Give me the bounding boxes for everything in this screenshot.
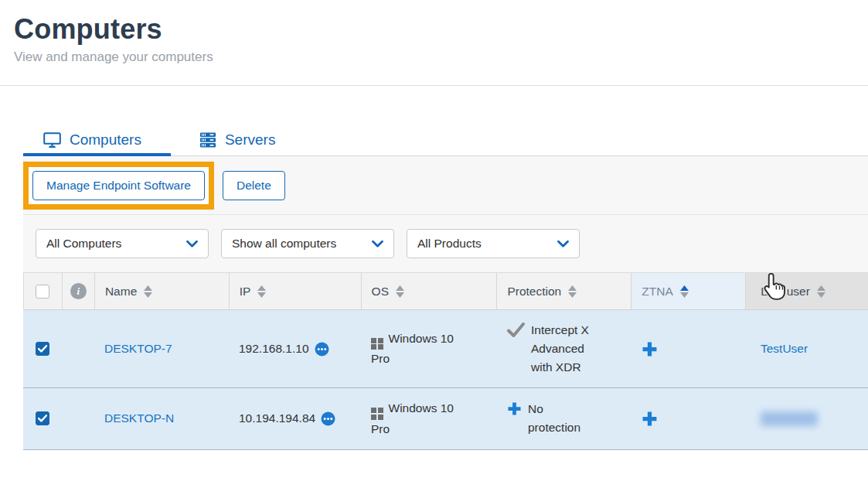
column-label: OS xyxy=(372,285,389,299)
tab-label: Servers xyxy=(225,131,275,148)
delete-button[interactable]: Delete xyxy=(223,171,285,200)
sort-arrows-icon xyxy=(396,285,404,298)
column-label: Last user xyxy=(761,285,810,299)
annotation-highlight-box: Manage Endpoint Software xyxy=(23,162,214,210)
device-name-cell: DESKTOP-N xyxy=(94,398,229,439)
sort-arrows-icon xyxy=(568,285,577,298)
sort-arrows-icon-ascending xyxy=(680,285,689,298)
dropdown-value: All Products xyxy=(417,237,482,251)
servers-icon xyxy=(199,132,216,148)
chevron-down-icon xyxy=(557,237,569,251)
last-user-cell xyxy=(746,401,868,437)
tab-label: Computers xyxy=(70,131,141,148)
ztna-add-icon[interactable] xyxy=(642,341,658,357)
column-header-os[interactable]: OS xyxy=(362,273,498,309)
windows-icon xyxy=(371,408,383,420)
row-select-cell xyxy=(23,331,62,367)
ip-more-icon[interactable] xyxy=(321,411,335,426)
dropdown-value: All Computers xyxy=(46,237,121,251)
tab-bar: Computers xyxy=(23,125,868,156)
plus-icon[interactable] xyxy=(507,401,522,416)
os-cell: Windows 10 Pro xyxy=(361,319,497,380)
sort-arrows-icon xyxy=(144,285,152,298)
tab-servers[interactable]: Servers xyxy=(192,125,283,155)
ip-address: 192.168.1.10 xyxy=(239,340,309,358)
device-name-cell: DESKTOP-7 xyxy=(94,329,229,369)
computers-view-dropdown[interactable]: Show all computers xyxy=(221,229,394,258)
check-icon xyxy=(507,322,525,337)
column-header-protection[interactable]: Protection xyxy=(497,273,631,309)
table-row: DESKTOP-7 192.168.1.10 Windows 10 Pro In… xyxy=(23,310,868,388)
filter-bar: All Computers Show all computers All Pro… xyxy=(23,215,868,273)
column-header-ztna[interactable]: ZTNA xyxy=(631,273,746,309)
column-label: Protection xyxy=(507,285,561,299)
table-header-row: i Name IP OS xyxy=(23,273,868,310)
last-user-cell: TestUser xyxy=(746,329,868,369)
info-column-header: i xyxy=(63,273,95,309)
ztna-add-icon[interactable] xyxy=(642,411,658,427)
products-dropdown[interactable]: All Products xyxy=(407,229,580,258)
column-label: ZTNA xyxy=(642,285,672,299)
column-label: Name xyxy=(105,285,137,299)
toolbar: Manage Endpoint Software Delete xyxy=(23,156,868,215)
column-header-ip[interactable]: IP xyxy=(230,273,362,309)
os-label: Windows 10 Pro xyxy=(371,332,454,366)
ztna-cell xyxy=(631,400,746,438)
row-select-cell xyxy=(23,401,62,436)
page-title: Computers xyxy=(14,12,868,46)
column-label: IP xyxy=(240,285,251,299)
ip-more-icon[interactable] xyxy=(315,342,329,357)
ip-address: 10.194.194.84 xyxy=(239,409,315,428)
windows-icon xyxy=(371,338,383,350)
protection-label: Intercept X Advanced with XDR xyxy=(531,321,593,377)
sort-arrows-icon xyxy=(817,285,825,298)
row-checkbox[interactable] xyxy=(36,342,49,356)
sort-arrows-icon xyxy=(257,285,266,298)
redacted-last-user xyxy=(761,411,818,426)
last-user-link[interactable]: TestUser xyxy=(761,340,808,358)
protection-cell: No protection xyxy=(497,389,631,448)
device-name-link[interactable]: DESKTOP-7 xyxy=(104,340,172,358)
dropdown-value: Show all computers xyxy=(232,237,336,251)
column-header-name[interactable]: Name xyxy=(95,273,230,309)
row-info-cell xyxy=(62,338,94,360)
manage-endpoint-software-button[interactable]: Manage Endpoint Software xyxy=(32,171,205,200)
os-cell: Windows 10 Pro xyxy=(361,388,497,449)
computers-group-dropdown[interactable]: All Computers xyxy=(36,229,209,258)
monitor-icon xyxy=(43,132,61,148)
row-info-cell xyxy=(62,408,94,429)
page-subtitle: View and manage your computers xyxy=(14,49,868,65)
table-row: DESKTOP-N 10.194.194.84 Windows 10 Pro N… xyxy=(23,388,868,450)
header-divider xyxy=(0,85,868,86)
ip-cell: 192.168.1.10 xyxy=(229,329,361,369)
info-icon: i xyxy=(70,283,87,299)
computers-table: i Name IP OS xyxy=(23,273,868,450)
content-panel: Computers xyxy=(23,125,868,450)
device-name-link[interactable]: DESKTOP-N xyxy=(104,409,174,428)
chevron-down-icon xyxy=(372,237,383,251)
column-header-last-user[interactable]: Last user xyxy=(746,273,868,309)
row-checkbox[interactable] xyxy=(36,411,49,425)
os-label: Windows 10 Pro xyxy=(371,401,454,435)
protection-cell: Intercept X Advanced with XDR xyxy=(497,310,631,387)
protection-label: No protection xyxy=(528,400,590,437)
select-all-cell xyxy=(24,273,63,309)
ip-cell: 10.194.194.84 xyxy=(229,398,361,439)
select-all-checkbox[interactable] xyxy=(36,285,49,299)
tab-computers[interactable]: Computers xyxy=(23,125,171,155)
ztna-cell xyxy=(631,330,746,368)
page-header: Computers View and manage your computers xyxy=(0,0,868,65)
chevron-down-icon xyxy=(186,237,198,251)
